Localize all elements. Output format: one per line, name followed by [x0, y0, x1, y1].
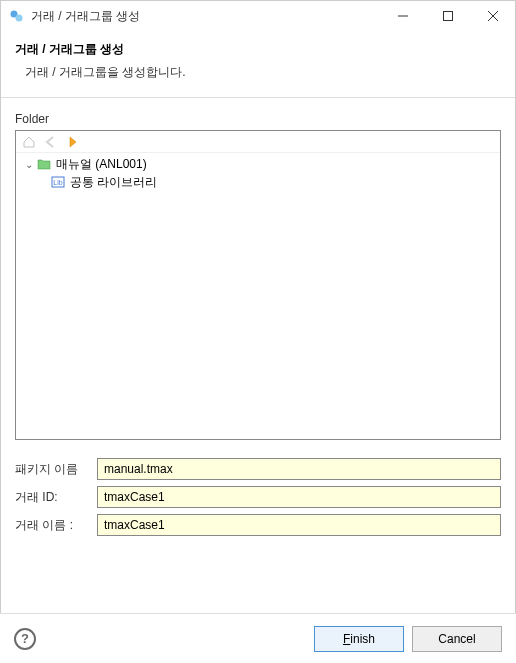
window-controls: [380, 1, 515, 31]
tree-row-root[interactable]: ⌄ 매뉴얼 (ANL001): [20, 155, 496, 173]
content-area: Folder ⌄ 매뉴얼 (ANL001): [1, 98, 515, 536]
dialog-header: 거래 / 거래그룹 생성 거래 / 거래그룹을 생성합니다.: [1, 31, 515, 97]
window-title: 거래 / 거래그룹 생성: [31, 8, 380, 25]
tree-label-root: 매뉴얼 (ANL001): [56, 156, 147, 173]
svg-rect-3: [443, 12, 452, 21]
folder-tree-panel: ⌄ 매뉴얼 (ANL001) Lib 공통 라이브러리: [15, 130, 501, 440]
library-icon: Lib: [50, 174, 66, 190]
txid-label: 거래 ID:: [15, 489, 97, 506]
cancel-button[interactable]: Cancel: [412, 626, 502, 652]
package-label: 패키지 이름: [15, 461, 97, 478]
tree-toolbar: [16, 131, 500, 153]
folder-tree[interactable]: ⌄ 매뉴얼 (ANL001) Lib 공통 라이브러리: [16, 153, 500, 439]
form-area: 패키지 이름 거래 ID: 거래 이름 :: [15, 458, 501, 536]
forward-icon[interactable]: [64, 133, 82, 151]
tree-row-child[interactable]: Lib 공통 라이브러리: [48, 173, 496, 191]
tree-children: Lib 공통 라이브러리: [20, 173, 496, 191]
txname-input[interactable]: [97, 514, 501, 536]
tree-label-child: 공통 라이브러리: [70, 174, 157, 191]
svg-point-1: [16, 15, 23, 22]
txid-input[interactable]: [97, 486, 501, 508]
expand-toggle[interactable]: ⌄: [22, 159, 36, 170]
dialog-title: 거래 / 거래그룹 생성: [15, 41, 501, 58]
back-icon[interactable]: [42, 133, 60, 151]
dialog-footer: ? Finish Cancel: [0, 613, 516, 663]
finish-label: Finish: [343, 632, 375, 646]
minimize-button[interactable]: [380, 1, 425, 31]
form-row-txid: 거래 ID:: [15, 486, 501, 508]
folder-label: Folder: [15, 112, 501, 126]
form-row-package: 패키지 이름: [15, 458, 501, 480]
folder-open-icon: [36, 156, 52, 172]
titlebar: 거래 / 거래그룹 생성: [1, 1, 515, 31]
app-icon: [9, 8, 25, 24]
finish-button[interactable]: Finish: [314, 626, 404, 652]
txname-label: 거래 이름 :: [15, 517, 97, 534]
help-button[interactable]: ?: [14, 628, 36, 650]
form-row-txname: 거래 이름 :: [15, 514, 501, 536]
svg-text:Lib: Lib: [53, 179, 62, 186]
dialog-description: 거래 / 거래그룹을 생성합니다.: [15, 64, 501, 81]
home-icon[interactable]: [20, 133, 38, 151]
maximize-button[interactable]: [425, 1, 470, 31]
package-input[interactable]: [97, 458, 501, 480]
cancel-label: Cancel: [438, 632, 475, 646]
close-button[interactable]: [470, 1, 515, 31]
